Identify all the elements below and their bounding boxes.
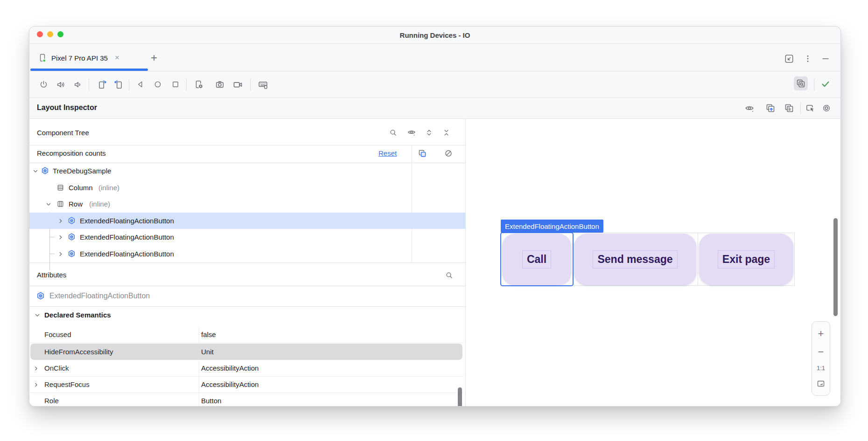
tree-node-efab-2[interactable]: ExtendedFloatingActionButton — [29, 229, 465, 245]
hardware-input-button[interactable] — [256, 77, 270, 91]
disable-recomposition-button[interactable] — [441, 146, 455, 160]
power-button[interactable] — [36, 77, 50, 91]
attr-row-requestfocus[interactable]: RequestFocus AccessibilityAction — [29, 377, 465, 393]
zoom-actual-size-button[interactable]: 1:1 — [817, 365, 825, 371]
tree-node-suffix: (inline) — [98, 184, 119, 192]
tree-node-label: Column — [69, 184, 93, 192]
add-tab-button[interactable]: + — [144, 48, 164, 68]
android-home-button[interactable] — [151, 77, 165, 91]
tree-node-efab-3[interactable]: ExtendedFloatingActionButton — [29, 246, 465, 262]
device-panel-scrollbar[interactable] — [833, 218, 838, 316]
video-camera-icon — [232, 79, 243, 90]
reset-recomposition-link[interactable]: Reset — [378, 149, 397, 157]
collapse-all-icon — [442, 128, 451, 137]
phone-device-icon — [38, 53, 47, 62]
attr-name: RequestFocus — [44, 380, 90, 388]
selection-outline — [500, 232, 574, 286]
chevron-right-icon[interactable] — [33, 365, 39, 372]
tree-node-row[interactable]: Row (inline) — [29, 196, 465, 212]
layout-inspector-toggle-button[interactable] — [794, 76, 808, 90]
fab-exit-page-button[interactable]: Exit page — [699, 234, 793, 285]
attributes-title: Attributes — [37, 271, 66, 279]
tree-search-button[interactable] — [386, 125, 400, 139]
tree-view-options-button[interactable] — [782, 101, 796, 115]
chevron-right-icon[interactable] — [57, 251, 64, 257]
slashed-circle-icon — [444, 149, 453, 158]
running-devices-window: Running Devices - IO Pixel 7 Pro API 35 … — [29, 26, 841, 407]
tab-close-icon[interactable]: × — [112, 53, 119, 62]
declared-semantics-section[interactable]: Declared Semantics — [34, 311, 111, 319]
attr-row-focused[interactable]: Focused false — [29, 327, 465, 343]
highlight-visibility-button[interactable] — [405, 125, 419, 139]
fit-to-screen-button[interactable] — [816, 379, 826, 388]
search-icon — [389, 128, 398, 137]
screen-record-button[interactable] — [231, 77, 245, 91]
attributes-search-button[interactable] — [442, 268, 456, 282]
rotate-right-icon — [113, 79, 124, 90]
attr-name: Focused — [44, 331, 71, 338]
attr-row-role[interactable]: Role Button — [29, 393, 465, 407]
chevron-right-icon[interactable] — [57, 234, 64, 241]
camera-icon — [215, 79, 225, 90]
expand-all-button[interactable] — [422, 125, 436, 139]
attr-row-onclick[interactable]: OnClick AccessibilityAction — [29, 360, 465, 377]
rotate-left-button[interactable] — [95, 77, 109, 91]
expand-all-icon — [425, 128, 434, 137]
chevron-down-icon[interactable] — [34, 312, 41, 318]
chevron-down-icon[interactable] — [32, 168, 39, 174]
keyboard-mouse-icon — [258, 79, 268, 90]
chevron-right-icon[interactable] — [57, 218, 64, 224]
attr-value: Button — [201, 397, 221, 405]
eye-dropdown-icon — [407, 128, 416, 137]
gear-icon — [821, 103, 832, 113]
take-screenshot-button[interactable] — [213, 77, 227, 91]
more-options-button[interactable] — [801, 52, 815, 66]
device-tab[interactable]: Pixel 7 Pro API 35 × — [33, 48, 124, 68]
tree-node-efab-selected[interactable]: ExtendedFloatingActionButton — [29, 213, 465, 229]
fab-send-message-button[interactable]: Send message — [574, 234, 696, 285]
home-circle-icon — [153, 80, 162, 89]
device-settings-icon — [194, 79, 204, 90]
window-title: Running Devices - IO — [29, 27, 840, 43]
select-component-button[interactable] — [803, 101, 817, 115]
embed-restore-button[interactable] — [782, 52, 796, 66]
fab-label: Send message — [593, 250, 677, 269]
kebab-menu-icon — [803, 54, 812, 63]
hide-tool-window-button[interactable] — [819, 52, 833, 66]
tree-node-label: Row — [69, 200, 83, 208]
apply-changes-button[interactable] — [819, 77, 833, 91]
tree-node-suffix: (inline) — [89, 200, 110, 208]
attr-row-hidefromaccessibility[interactable]: HideFromAccessibility Unit — [29, 343, 465, 360]
compose-node-icon — [36, 291, 45, 301]
attr-name: Role — [44, 397, 59, 405]
power-icon — [39, 80, 49, 90]
component-tree-title: Component Tree — [37, 129, 89, 137]
recomposition-highlight-button[interactable] — [415, 146, 429, 160]
layout-inspector-toggle-icon — [796, 78, 806, 89]
android-overview-button[interactable] — [168, 77, 182, 91]
tree-node-column[interactable]: Column (inline) — [29, 179, 465, 196]
export-snapshot-button[interactable] — [763, 101, 777, 115]
view-options-button[interactable] — [742, 101, 756, 115]
tree-node-treedebugsample[interactable]: TreeDebugSample — [29, 163, 465, 179]
zoom-out-button[interactable]: − — [818, 347, 824, 357]
rotate-left-icon — [97, 79, 107, 90]
volume-down-button[interactable] — [70, 77, 84, 91]
minimize-icon — [821, 54, 830, 63]
chevron-right-icon[interactable] — [33, 382, 39, 388]
attributes-scrollbar[interactable] — [458, 387, 462, 407]
chevron-down-icon[interactable] — [45, 201, 52, 207]
layout-inspector-title: Layout Inspector — [37, 103, 97, 112]
device-settings-button[interactable] — [192, 77, 206, 91]
compose-node-icon — [41, 166, 49, 175]
inspector-settings-button[interactable] — [819, 101, 833, 115]
fab-label: Exit page — [718, 250, 775, 269]
zoom-in-button[interactable]: + — [818, 329, 824, 339]
android-back-button[interactable] — [133, 77, 147, 91]
volume-up-button[interactable] — [54, 77, 68, 91]
back-triangle-icon — [136, 80, 145, 89]
rotate-right-button[interactable] — [112, 77, 126, 91]
eye-icon — [744, 103, 755, 113]
selected-component-header: ExtendedFloatingActionButton — [36, 291, 150, 301]
collapse-all-button[interactable] — [439, 125, 453, 139]
